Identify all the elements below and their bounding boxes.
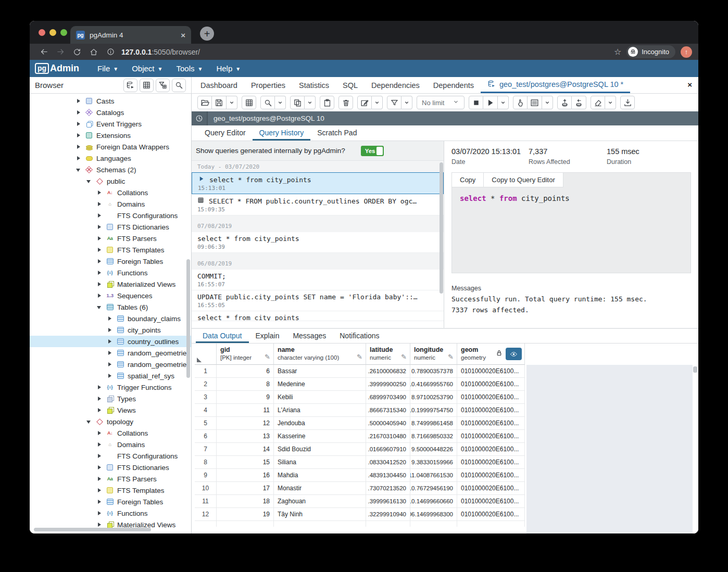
chevron-down-icon[interactable] (275, 96, 286, 109)
reload-icon[interactable] (69, 45, 85, 59)
data-cell[interactable]: Medenine (274, 378, 366, 391)
chevron-right-icon[interactable] (76, 133, 82, 138)
copy-button[interactable]: Copy (452, 173, 484, 187)
data-cell[interactable]: 11 (217, 404, 274, 417)
data-cell[interactable]: 8.97100253790 (410, 391, 457, 404)
chevron-right-icon[interactable] (97, 247, 103, 253)
data-cell[interactable]: Monastir (274, 482, 366, 495)
save-button[interactable] (212, 96, 227, 109)
tree-item-sequences[interactable]: 1..3Sequences (30, 290, 191, 301)
data-cell[interactable]: 8.74999861458 (410, 417, 457, 430)
chevron-down-icon[interactable] (97, 304, 103, 310)
data-cell[interactable]: .26100006832 (366, 365, 410, 378)
chevron-right-icon[interactable] (107, 339, 113, 345)
data-cell[interactable]: 19 (217, 508, 274, 521)
chevron-right-icon[interactable] (97, 511, 103, 516)
data-cell[interactable]: 8.71669850332 (410, 430, 457, 443)
tree-item-collations[interactable]: A↓Collations (30, 427, 191, 439)
data-cell[interactable]: 0.78900357378 (410, 365, 457, 378)
tree-item-random-geometries[interactable]: random_geometries (30, 359, 191, 370)
data-cell[interactable]: 0101000020E6100... (457, 378, 525, 391)
chevron-right-icon[interactable] (97, 499, 103, 505)
tree-item-casts[interactable]: Casts (30, 95, 191, 107)
chevron-right-icon[interactable] (107, 362, 113, 367)
chevron-down-icon[interactable] (542, 96, 553, 109)
tree-item-fts-configurations[interactable]: FTS Configurations (30, 450, 191, 462)
tab-dashboard[interactable]: Dashboard (194, 77, 244, 93)
data-cell[interactable]: 0101000020E6100... (457, 365, 525, 378)
tab-query-editor[interactable]: Query Editor (198, 129, 253, 141)
maximize-window-button[interactable] (60, 29, 67, 36)
tab-query-tool-active[interactable]: geo_test/postgres@PostgreSQL 10 * (481, 77, 630, 93)
data-cell[interactable]: Sdid Bouzid (274, 443, 366, 456)
tab-data-output[interactable]: Data Output (196, 332, 249, 343)
chevron-down-icon[interactable] (401, 96, 412, 109)
data-cell[interactable]: Mahdia (274, 469, 366, 482)
data-cell[interactable]: Tây Ninh (274, 508, 366, 521)
tab-dependents[interactable]: Dependents (426, 77, 481, 93)
tab-statistics[interactable]: Statistics (292, 77, 336, 93)
row-number-cell[interactable]: 5 (195, 417, 217, 430)
tab-notifications[interactable]: Notifications (333, 332, 386, 343)
edit-column-icon[interactable]: ✎ (357, 353, 362, 361)
view-geometry-button[interactable] (506, 348, 522, 360)
data-cell[interactable]: 0101000020E6100... (457, 430, 525, 443)
data-cell[interactable]: 8 (217, 378, 274, 391)
tree-item-domains[interactable]: ⌂Domains (30, 198, 191, 210)
search-icon[interactable] (172, 79, 186, 92)
tab-properties[interactable]: Properties (244, 77, 292, 93)
column-header-geom[interactable]: geomgeometry (457, 344, 525, 365)
chevron-right-icon[interactable] (97, 408, 103, 413)
edit-grid-button[interactable] (242, 96, 256, 109)
servers-icon[interactable] (123, 79, 137, 92)
forward-icon[interactable] (53, 45, 68, 59)
chevron-down-icon[interactable] (86, 179, 92, 184)
data-cell[interactable]: 16 (217, 469, 274, 482)
data-cell[interactable]: 15 (217, 456, 274, 469)
chevron-down-icon[interactable] (372, 96, 383, 109)
chevron-right-icon[interactable] (76, 98, 82, 104)
clear-button[interactable] (591, 96, 605, 109)
tree-item-languages[interactable]: Languages (30, 152, 191, 164)
tab-explain[interactable]: Explain (249, 332, 286, 343)
data-cell[interactable]: 0101000020E6100... (457, 417, 525, 430)
chevron-right-icon[interactable] (97, 213, 103, 219)
data-cell[interactable]: 9.50000448226 (410, 443, 457, 456)
data-cell[interactable]: .01669607910 (366, 443, 410, 456)
chevron-right-icon[interactable] (76, 110, 82, 116)
chevron-right-icon[interactable] (97, 465, 103, 471)
tree-item-foreign-tables[interactable]: Foreign Tables (30, 496, 191, 507)
tree-item-fts-parsers[interactable]: AaFTS Parsers (30, 473, 191, 485)
home-icon[interactable] (86, 45, 102, 59)
chevron-right-icon[interactable] (97, 442, 103, 448)
tree-item-fts-templates[interactable]: FTS Templates (30, 485, 191, 496)
filter-grid-icon[interactable] (156, 79, 170, 92)
chevron-down-icon[interactable] (227, 96, 237, 109)
tree-item-trigger-functions[interactable]: {≡}Trigger Functions (30, 382, 191, 393)
data-cell[interactable]: .50000405940 (366, 417, 410, 430)
new-tab-button[interactable]: + (200, 27, 214, 41)
chevron-right-icon[interactable] (97, 224, 103, 230)
data-cell[interactable]: 9.38330159966 (410, 456, 457, 469)
history-entry[interactable]: select * from city_points15:13:01 (192, 172, 444, 194)
chevron-right-icon[interactable] (97, 396, 103, 402)
site-info-icon[interactable] (103, 45, 118, 59)
data-cell[interactable]: 11.04087661530 (410, 469, 457, 482)
history-scrollbar[interactable] (440, 162, 443, 294)
data-cell[interactable]: 0101000020E6100... (457, 391, 525, 404)
table-icon[interactable] (140, 79, 154, 92)
chevron-down-icon[interactable] (76, 167, 82, 173)
data-cell[interactable]: Kebili (274, 391, 366, 404)
chevron-right-icon[interactable] (97, 190, 103, 196)
tree-item-fts-dictionaries[interactable]: FTS Dictionaries (30, 462, 191, 473)
copy-to-query-editor-button[interactable]: Copy to Query Editor (484, 173, 563, 187)
chevron-right-icon[interactable] (97, 282, 103, 287)
data-cell[interactable]: 0101000020E6100... (457, 443, 525, 456)
history-entry[interactable]: UPDATE public.city_points SET name = 'Fl… (192, 290, 444, 311)
tree-item-foreign-data-wrappers[interactable]: Foreign Data Wrappers (30, 141, 191, 152)
data-cell[interactable]: 6 (217, 365, 274, 378)
chevron-right-icon[interactable] (97, 259, 103, 264)
tree-item-types[interactable]: Types (30, 393, 191, 404)
data-cell[interactable]: 0101000020E6100... (457, 482, 525, 495)
chevron-down-icon[interactable] (86, 419, 92, 425)
